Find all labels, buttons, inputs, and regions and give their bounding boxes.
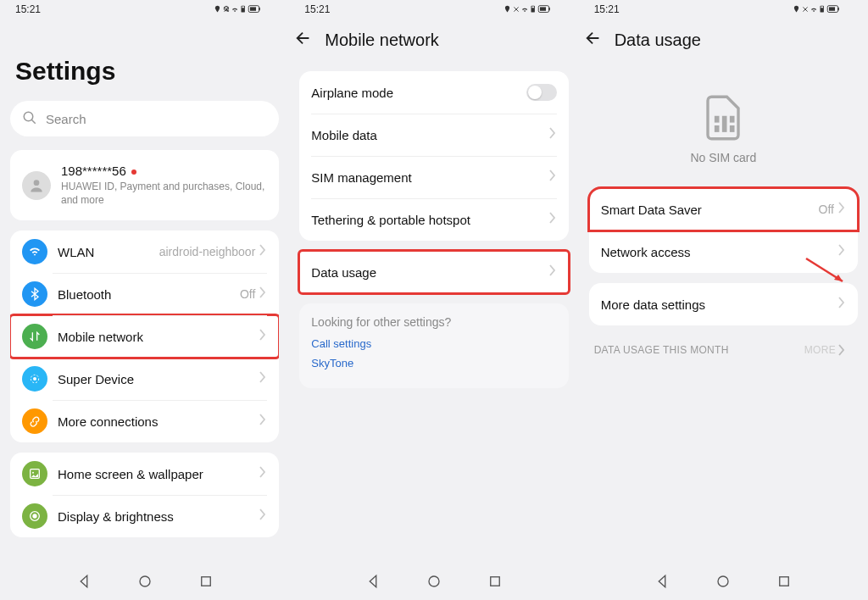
settings-bluetooth[interactable]: Bluetooth Off bbox=[10, 273, 279, 315]
svg-rect-15 bbox=[201, 577, 210, 586]
phone-settings: 15:21 Settings Search 198******56 HUAWEI… bbox=[0, 0, 289, 600]
settings-more-connections[interactable]: More connections bbox=[10, 400, 279, 442]
svg-rect-30 bbox=[722, 116, 727, 132]
settings-mobile-network[interactable]: Mobile network bbox=[10, 315, 279, 358]
avatar-icon bbox=[22, 171, 51, 200]
wifi-icon bbox=[22, 239, 47, 264]
row-more-data-settings[interactable]: More data settings bbox=[589, 283, 858, 325]
chevron-right-icon bbox=[259, 329, 267, 344]
svg-rect-22 bbox=[491, 577, 500, 586]
other-settings-card: Looking for other settings? Call setting… bbox=[299, 303, 568, 388]
super-device-icon bbox=[22, 366, 47, 392]
display-icon bbox=[22, 503, 47, 529]
back-button[interactable] bbox=[294, 29, 313, 51]
nav-back-icon[interactable] bbox=[365, 574, 381, 592]
page-title: Mobile network bbox=[325, 31, 439, 50]
chevron-right-icon bbox=[837, 244, 846, 259]
nav-home-icon[interactable] bbox=[137, 574, 153, 592]
android-nav bbox=[0, 566, 289, 600]
svg-rect-19 bbox=[540, 7, 546, 10]
svg-line-6 bbox=[31, 119, 36, 124]
page-title: Data usage bbox=[615, 31, 701, 50]
svg-point-21 bbox=[429, 576, 439, 586]
nav-recent-icon[interactable] bbox=[776, 574, 792, 592]
link-skytone[interactable]: SkyTone bbox=[311, 357, 556, 369]
chevron-right-icon bbox=[259, 244, 267, 259]
status-bar: 15:21 bbox=[0, 0, 289, 19]
settings-super-device[interactable]: Super Device bbox=[10, 358, 279, 400]
svg-rect-20 bbox=[548, 8, 549, 11]
nav-back-icon[interactable] bbox=[76, 574, 92, 592]
row-data-usage[interactable]: Data usage bbox=[299, 251, 568, 293]
status-icons bbox=[504, 4, 564, 14]
svg-point-7 bbox=[34, 180, 40, 186]
bluetooth-icon bbox=[22, 281, 47, 307]
svg-rect-35 bbox=[780, 577, 789, 586]
chevron-right-icon bbox=[259, 371, 267, 386]
nav-back-icon[interactable] bbox=[654, 574, 670, 592]
settings-display[interactable]: Display & brightness bbox=[10, 495, 279, 537]
sim-card-icon bbox=[704, 95, 743, 144]
svg-point-14 bbox=[140, 576, 150, 586]
link-call-settings[interactable]: Call settings bbox=[311, 337, 556, 350]
status-time: 15:21 bbox=[594, 3, 620, 15]
settings-wlan[interactable]: WLAN airdroid-neighboor bbox=[10, 231, 279, 273]
search-placeholder: Search bbox=[46, 112, 86, 126]
svg-rect-1 bbox=[242, 7, 245, 8]
svg-rect-26 bbox=[829, 7, 835, 10]
nav-home-icon[interactable] bbox=[426, 574, 442, 592]
row-tethering[interactable]: Tethering & portable hotspot bbox=[299, 198, 568, 241]
svg-point-34 bbox=[718, 576, 728, 586]
status-bar: 15:21 bbox=[289, 0, 578, 19]
more-link[interactable]: MORE bbox=[804, 344, 846, 356]
row-airplane[interactable]: Airplane mode bbox=[299, 71, 568, 114]
svg-point-12 bbox=[32, 514, 36, 519]
search-icon bbox=[22, 110, 37, 128]
row-mobile-data[interactable]: Mobile data bbox=[299, 114, 568, 156]
svg-rect-29 bbox=[715, 125, 720, 132]
account-name: 198******56 bbox=[61, 164, 126, 178]
row-sim-management[interactable]: SIM management bbox=[299, 156, 568, 198]
chevron-right-icon bbox=[259, 508, 267, 524]
chevron-right-icon bbox=[548, 169, 557, 185]
status-icons bbox=[214, 4, 274, 14]
chevron-right-icon bbox=[259, 466, 267, 481]
section-data-usage-month: DATA USAGE THIS MONTH MORE bbox=[589, 336, 858, 356]
android-nav bbox=[579, 566, 868, 600]
chevron-right-icon bbox=[259, 286, 267, 302]
svg-rect-28 bbox=[715, 116, 720, 123]
svg-point-11 bbox=[32, 472, 34, 474]
svg-rect-31 bbox=[730, 116, 735, 123]
airplane-toggle[interactable] bbox=[526, 84, 557, 101]
chevron-right-icon bbox=[548, 127, 557, 142]
chevron-right-icon bbox=[837, 202, 846, 217]
svg-rect-27 bbox=[837, 8, 838, 11]
nav-recent-icon[interactable] bbox=[487, 574, 503, 592]
search-input[interactable]: Search bbox=[10, 101, 279, 136]
settings-home-wallpaper[interactable]: Home screen & wallpaper bbox=[10, 453, 279, 495]
status-icons bbox=[793, 4, 853, 14]
row-network-access[interactable]: Network access bbox=[589, 231, 858, 273]
svg-point-5 bbox=[24, 112, 33, 121]
link-icon bbox=[22, 408, 47, 434]
chevron-right-icon bbox=[548, 264, 557, 280]
chevron-right-icon bbox=[837, 297, 846, 312]
account-row[interactable]: 198******56 HUAWEI ID, Payment and purch… bbox=[10, 150, 279, 220]
nav-home-icon[interactable] bbox=[715, 574, 731, 592]
row-smart-data-saver[interactable]: Smart Data Saver Off bbox=[589, 188, 858, 231]
chevron-right-icon bbox=[259, 414, 267, 429]
back-button[interactable] bbox=[584, 29, 603, 51]
no-sim-block: No SIM card bbox=[589, 61, 858, 188]
wallpaper-icon bbox=[22, 461, 47, 486]
svg-rect-3 bbox=[250, 7, 256, 10]
account-sub: HUAWEI ID, Payment and purchases, Cloud,… bbox=[61, 180, 267, 207]
page-title: Settings bbox=[15, 57, 279, 86]
chevron-right-icon bbox=[548, 212, 557, 227]
svg-rect-32 bbox=[730, 125, 735, 132]
status-time: 15:21 bbox=[15, 3, 41, 15]
nav-recent-icon[interactable] bbox=[198, 574, 214, 592]
svg-point-8 bbox=[33, 377, 36, 381]
status-time: 15:21 bbox=[304, 3, 330, 15]
svg-rect-24 bbox=[821, 7, 823, 8]
no-sim-label: No SIM card bbox=[690, 151, 756, 164]
